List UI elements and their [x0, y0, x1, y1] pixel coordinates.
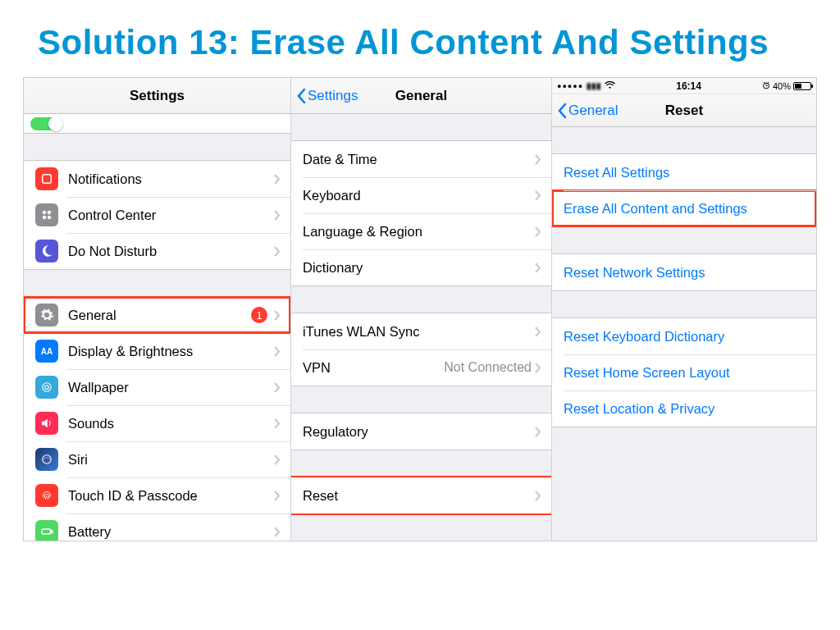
- moon-icon: [35, 240, 58, 262]
- chevron-right-icon: [274, 527, 281, 537]
- navbar-reset: General Reset: [552, 94, 816, 127]
- chevron-right-icon: [274, 382, 281, 393]
- chevron-right-icon: [274, 454, 281, 465]
- settings-group-b: General 1 AA Display & Brightness Wallpa…: [24, 296, 290, 541]
- row-reset-home-layout[interactable]: Reset Home Screen Layout: [552, 354, 816, 390]
- row-reset-all-settings[interactable]: Reset All Settings: [552, 154, 816, 190]
- row-label: VPN: [303, 360, 444, 376]
- row-label: Sounds: [68, 416, 274, 431]
- signal-dots-icon: ●●●●●: [557, 82, 583, 90]
- general-group-d: Reset: [291, 477, 551, 514]
- row-label: Dictionary: [303, 260, 535, 276]
- chevron-right-icon: [274, 310, 281, 321]
- chevron-left-icon: [296, 88, 306, 104]
- row-label: Regulatory: [303, 424, 535, 440]
- general-group-b: iTunes WLAN Sync VPN Not Connected: [291, 313, 551, 386]
- battery-icon: [793, 82, 811, 90]
- battery-pct: 40%: [773, 81, 791, 91]
- svg-point-2: [48, 211, 52, 215]
- back-button[interactable]: Settings: [291, 88, 358, 104]
- chevron-right-icon: [274, 174, 281, 185]
- panel-general: Settings General Date & Time Keyboard La…: [291, 78, 552, 541]
- row-label: Reset All Settings: [564, 165, 806, 180]
- chevron-right-icon: [274, 491, 281, 501]
- svg-point-4: [48, 216, 52, 220]
- row-date-time[interactable]: Date & Time: [291, 141, 551, 177]
- row-label: Control Center: [68, 208, 274, 223]
- row-vpn[interactable]: VPN Not Connected: [291, 349, 551, 386]
- chevron-right-icon: [274, 346, 281, 357]
- status-time: 16:14: [615, 80, 762, 92]
- reset-group-a: Reset All Settings Erase All Content and…: [552, 153, 816, 227]
- svg-point-6: [45, 386, 49, 390]
- svg-rect-8: [42, 529, 51, 534]
- display-icon: AA: [35, 340, 58, 363]
- wallpaper-icon: [35, 376, 58, 399]
- chevron-right-icon: [274, 210, 281, 221]
- row-reset-network[interactable]: Reset Network Settings: [552, 254, 816, 290]
- chevron-right-icon: [535, 190, 541, 201]
- svg-point-5: [43, 383, 52, 392]
- chevron-right-icon: [274, 418, 281, 429]
- chevron-right-icon: [535, 262, 541, 273]
- control-center-icon: [35, 203, 58, 226]
- svg-rect-0: [43, 175, 52, 184]
- row-control-center[interactable]: Control Center: [24, 197, 290, 233]
- row-label: Do Not Disturb: [68, 244, 274, 259]
- svg-point-1: [43, 211, 47, 215]
- chevron-right-icon: [274, 246, 281, 257]
- row-itunes-wlan-sync[interactable]: iTunes WLAN Sync: [291, 313, 551, 349]
- row-label: Display & Brightness: [68, 344, 274, 359]
- nav-title: Settings: [24, 88, 290, 104]
- siri-icon: [35, 448, 58, 471]
- row-label: Language & Region: [303, 224, 535, 240]
- row-display-brightness[interactable]: AA Display & Brightness: [24, 333, 290, 369]
- gear-icon: [35, 304, 58, 326]
- settings-group-a: Notifications Control Center Do Not Dist…: [24, 160, 290, 270]
- row-notifications[interactable]: Notifications: [24, 161, 290, 197]
- fingerprint-icon: [35, 484, 58, 507]
- chevron-right-icon: [535, 226, 541, 237]
- row-general[interactable]: General 1: [24, 297, 290, 333]
- row-do-not-disturb[interactable]: Do Not Disturb: [24, 233, 290, 269]
- row-battery[interactable]: Battery: [24, 514, 290, 541]
- chevron-right-icon: [535, 363, 541, 373]
- row-label: Erase All Content and Settings: [564, 201, 806, 217]
- panel-reset: ●●●●● ▮▮▮ 16:14 40% General Reset Reset …: [552, 78, 816, 541]
- svg-rect-9: [51, 531, 52, 533]
- row-wallpaper[interactable]: Wallpaper: [24, 369, 290, 405]
- row-label: Wallpaper: [68, 380, 274, 395]
- panels-container: Settings Notifications Control Center Do…: [23, 77, 817, 541]
- row-language-region[interactable]: Language & Region: [291, 213, 551, 249]
- chevron-right-icon: [535, 491, 541, 501]
- navbar-settings: Settings: [24, 78, 290, 114]
- row-keyboard[interactable]: Keyboard: [291, 177, 551, 213]
- row-reset-keyboard-dict[interactable]: Reset Keyboard Dictionary: [552, 318, 816, 354]
- back-button[interactable]: General: [552, 103, 618, 119]
- row-reset-location-privacy[interactable]: Reset Location & Privacy: [552, 390, 816, 427]
- page-title: Solution 13: Erase All Content And Setti…: [0, 0, 840, 77]
- row-label: Reset Location & Privacy: [564, 401, 806, 417]
- chevron-right-icon: [535, 154, 541, 165]
- row-label: Battery: [68, 524, 274, 540]
- speaker-icon: [35, 412, 58, 435]
- row-erase-all-content[interactable]: Erase All Content and Settings: [552, 190, 816, 226]
- status-bar: ●●●●● ▮▮▮ 16:14 40%: [552, 78, 816, 94]
- row-reset[interactable]: Reset: [291, 477, 551, 514]
- row-dictionary[interactable]: Dictionary: [291, 249, 551, 285]
- row-label: Reset Keyboard Dictionary: [564, 329, 806, 345]
- notifications-icon: [35, 167, 58, 190]
- row-touchid-passcode[interactable]: Touch ID & Passcode: [24, 477, 290, 514]
- row-sounds[interactable]: Sounds: [24, 405, 290, 441]
- alarm-icon: [762, 81, 770, 91]
- back-label: Settings: [308, 88, 358, 104]
- reset-group-b: Reset Network Settings: [552, 253, 816, 291]
- chevron-left-icon: [557, 103, 567, 119]
- general-group-c: Regulatory: [291, 413, 551, 450]
- row-label: Keyboard: [303, 188, 535, 203]
- chevron-right-icon: [535, 326, 541, 337]
- back-label: General: [568, 103, 618, 119]
- row-siri[interactable]: Siri: [24, 441, 290, 477]
- wifi-icon: [605, 80, 615, 92]
- row-regulatory[interactable]: Regulatory: [291, 413, 551, 450]
